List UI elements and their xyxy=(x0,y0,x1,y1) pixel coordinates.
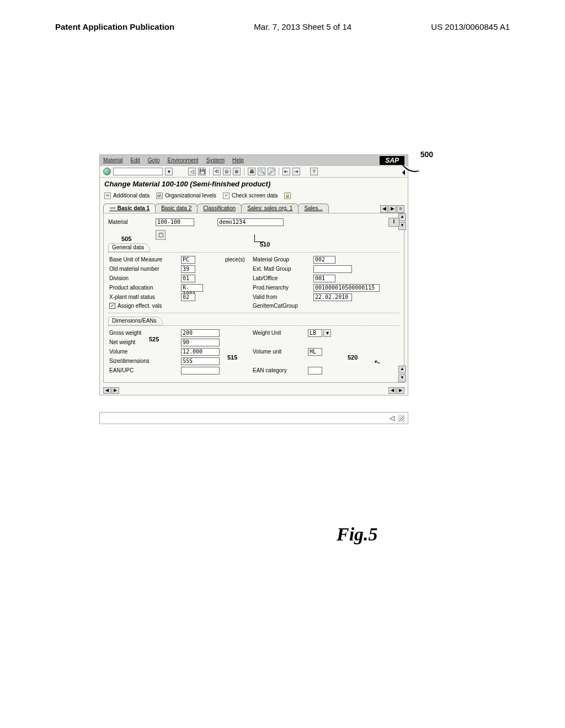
tabstrip: 👓 Basic data 1 Basic data 2 Classificati… xyxy=(100,204,408,213)
publication-label: Patent Application Publication xyxy=(55,22,174,31)
menu-help[interactable]: Help xyxy=(232,157,244,164)
org-levels-button[interactable]: 品 Organizational levels xyxy=(156,192,216,199)
sd-label: Size/dimensions xyxy=(109,358,181,365)
transaction-dropdown[interactable] xyxy=(113,168,163,175)
figure-caption: Fig.5 xyxy=(337,524,378,545)
content-pane: ▲ ▼ Material 100-100 demo1234 i ▢ 505 51… xyxy=(103,213,404,383)
wu-field[interactable]: LB xyxy=(308,329,322,337)
nav-back-icon[interactable]: ⟲ xyxy=(213,168,221,175)
div-label: Division xyxy=(109,275,181,282)
save-icon[interactable]: 💾 xyxy=(198,168,206,175)
back-icon[interactable]: ◁ xyxy=(188,168,196,175)
menu-edit[interactable]: Edit xyxy=(131,157,140,164)
material-label: Material xyxy=(108,219,152,226)
xplant-field[interactable]: 02 xyxy=(181,293,195,301)
print-icon[interactable]: 🖶 xyxy=(248,168,255,175)
vol-field[interactable]: 12.000 xyxy=(181,348,220,356)
callout-510: 510 xyxy=(260,241,270,248)
prodh-label: Prod.hierarchy xyxy=(253,285,313,291)
scroll-up-bottom-icon[interactable]: ▲ xyxy=(398,366,406,373)
material-help-button[interactable]: ▢ xyxy=(156,230,166,240)
nav-exit-icon[interactable]: ⊘ xyxy=(223,168,231,175)
matgrp-field[interactable]: 002 xyxy=(313,256,335,264)
menu-environment[interactable]: Environment xyxy=(168,157,199,164)
tab-sales-more[interactable]: Sales... xyxy=(298,204,328,213)
buom-field[interactable]: PC xyxy=(181,256,195,264)
assign-checkbox[interactable]: ✓ xyxy=(109,303,115,309)
toolbar: ▾ ◁ 💾 ⟲ ⊘ ⊗ 🖶 🔍 🔎 ⇤ ⇥ ? xyxy=(100,166,408,178)
matgrp-label: Material Group xyxy=(253,256,313,263)
hscroll-right-icon[interactable]: ▶ xyxy=(111,387,119,394)
valid-label: Valid from xyxy=(253,294,313,301)
assign-label: Assign effect. vals xyxy=(118,303,162,309)
menu-system[interactable]: System xyxy=(206,157,225,164)
material-field[interactable]: 100-100 xyxy=(156,218,194,226)
publication-number: US 2013/0060845 A1 xyxy=(431,22,510,31)
tab-sales-org-1[interactable]: Sales: sales org. 1 xyxy=(241,204,299,213)
additional-data-button[interactable]: ⇨ Additional data xyxy=(104,192,150,199)
dropdown-icon[interactable]: ▾ xyxy=(165,168,173,175)
hscroll-right2-icon[interactable]: ▶ xyxy=(397,387,404,394)
tab-basic-data-1[interactable]: 👓 Basic data 1 xyxy=(103,204,156,213)
lock-icon: 🔒 xyxy=(284,192,291,199)
hscroll-left-icon[interactable]: ◀ xyxy=(103,387,111,394)
dimensions-header: Dimensions/EANs xyxy=(108,317,163,325)
buom-text: piece(s) xyxy=(225,256,253,263)
check-screen-button[interactable]: ✓ Check screen data xyxy=(223,192,278,199)
scroll-down-top-icon[interactable]: ▼ xyxy=(398,222,406,230)
ec-label: EAN category xyxy=(253,367,308,374)
prodh-field[interactable]: 001000010500000115 xyxy=(313,284,380,292)
valid-field[interactable]: 22.02.2010 xyxy=(313,293,352,301)
tab-basic-data-2[interactable]: Basic data 2 xyxy=(155,204,198,213)
callout-525: 525 xyxy=(149,336,159,343)
scroll-up-icon[interactable]: ▲ xyxy=(398,213,406,221)
nw-label: Net weight xyxy=(109,339,181,346)
menu-goto[interactable]: Goto xyxy=(148,157,160,164)
tab-classification[interactable]: Classification xyxy=(197,204,242,213)
extgrp-label: Ext. Matl Group xyxy=(253,266,313,272)
sheet-info: Mar. 7, 2013 Sheet 5 of 14 xyxy=(254,22,351,31)
status-back-icon[interactable]: ◁ xyxy=(390,414,395,422)
tab-scroll-right-icon[interactable]: ▶ xyxy=(388,205,396,213)
horizontal-scrollbar: ◀ ▶ ◀ ▶ xyxy=(100,386,408,395)
status-bar: ◁ xyxy=(99,412,408,424)
ean-field[interactable] xyxy=(181,367,220,374)
find-next-icon[interactable]: 🔎 xyxy=(268,168,275,175)
scroll-down-icon[interactable]: ▼ xyxy=(398,374,406,382)
wu-help-button[interactable]: ▾ xyxy=(323,329,331,337)
laboff-field[interactable]: 001 xyxy=(313,275,335,282)
check-icon: ✓ xyxy=(223,192,230,199)
palloc-label: Product allocation xyxy=(109,285,181,291)
material-desc-field[interactable]: demo1234 xyxy=(217,218,284,226)
gw-field[interactable]: 200 xyxy=(181,329,220,337)
extgrp-field[interactable] xyxy=(313,265,352,273)
div-field[interactable]: 01 xyxy=(181,275,195,282)
general-data-header: General data xyxy=(108,243,150,252)
hscroll-left2-icon[interactable]: ◀ xyxy=(388,387,396,394)
palloc-field[interactable]: R-1001 xyxy=(181,284,203,292)
resize-handle-icon[interactable] xyxy=(398,415,404,421)
patent-page-header: Patent Application Publication Mar. 7, 2… xyxy=(0,0,565,37)
figure-500: 500 Material Edit Goto Environment Syste… xyxy=(99,154,408,424)
lock-button[interactable]: 🔒 xyxy=(284,192,291,199)
last-page-icon[interactable]: ⇥ xyxy=(292,168,300,175)
sd-field[interactable]: SSS xyxy=(181,357,220,365)
menu-material[interactable]: Material xyxy=(103,157,123,164)
vu-field[interactable]: HL xyxy=(308,348,322,356)
ec-field[interactable] xyxy=(308,367,322,374)
figure-reference-500: 500 xyxy=(420,150,433,159)
first-page-icon[interactable]: ⇤ xyxy=(282,168,290,175)
info-button[interactable]: i xyxy=(388,218,399,227)
help-icon[interactable]: ? xyxy=(310,168,318,175)
find-icon[interactable]: 🔍 xyxy=(258,168,265,175)
oldmat-field[interactable]: 39 xyxy=(181,265,195,273)
genitm-label: GenItemCatGroup xyxy=(253,303,313,309)
tab-scroll-left-icon[interactable]: ◀ xyxy=(380,205,388,213)
globe-icon[interactable] xyxy=(103,168,111,175)
nav-cancel-icon[interactable]: ⊗ xyxy=(233,168,241,175)
tab-list-icon[interactable]: ≡ xyxy=(397,205,404,213)
vol-label: Volume xyxy=(109,349,181,355)
general-data-group: Base Unit of Measure PC piece(s) Materia… xyxy=(108,252,399,313)
nw-field[interactable]: 90 xyxy=(181,339,220,346)
glasses-icon: 👓 xyxy=(109,205,116,211)
